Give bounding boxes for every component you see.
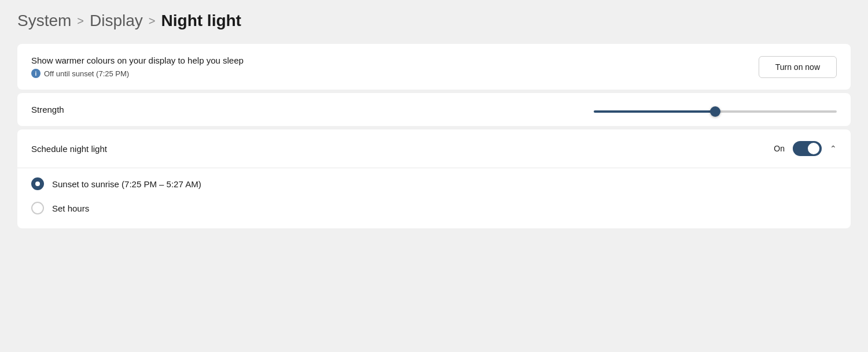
breadcrumb: System > Display > Night light (17, 12, 851, 30)
radio-option-sunset[interactable]: Sunset to sunrise (7:25 PM – 5:27 AM) (31, 177, 837, 190)
breadcrumb-sep1: > (77, 14, 84, 28)
breadcrumb-sep2: > (149, 14, 156, 28)
radio-set-hours-label: Set hours (52, 203, 89, 213)
info-icon: i (31, 69, 41, 78)
radio-sunset-label: Sunset to sunrise (7:25 PM – 5:27 AM) (52, 179, 201, 189)
schedule-label: Schedule night light (31, 144, 107, 154)
status-info: Show warmer colours on your display to h… (31, 55, 244, 78)
strength-slider[interactable] (594, 110, 837, 113)
breadcrumb-system[interactable]: System (17, 12, 71, 30)
schedule-header[interactable]: Schedule night light On ⌃ (17, 129, 851, 168)
strength-card: Strength (17, 93, 851, 126)
schedule-on-label: On (774, 144, 785, 153)
schedule-toggle[interactable] (793, 141, 822, 156)
strength-slider-container (594, 105, 837, 114)
radio-sunset-circle[interactable] (31, 177, 44, 190)
radio-set-hours-circle[interactable] (31, 202, 44, 214)
schedule-controls: On ⌃ (774, 141, 837, 156)
schedule-card: Schedule night light On ⌃ Sunset to sunr… (17, 129, 851, 228)
schedule-options: Sunset to sunrise (7:25 PM – 5:27 AM) Se… (17, 168, 851, 228)
status-description: Show warmer colours on your display to h… (31, 55, 244, 65)
breadcrumb-current: Night light (161, 12, 241, 30)
chevron-up-icon[interactable]: ⌃ (830, 144, 837, 153)
strength-label: Strength (31, 105, 64, 114)
toggle-thumb (808, 143, 819, 154)
status-text: Off until sunset (7:25 PM) (44, 69, 129, 78)
turn-on-button[interactable]: Turn on now (759, 56, 837, 78)
breadcrumb-display[interactable]: Display (90, 12, 143, 30)
status-subtitle: i Off until sunset (7:25 PM) (31, 69, 244, 78)
radio-option-set-hours[interactable]: Set hours (31, 202, 837, 214)
night-light-status-card: Show warmer colours on your display to h… (17, 44, 851, 90)
